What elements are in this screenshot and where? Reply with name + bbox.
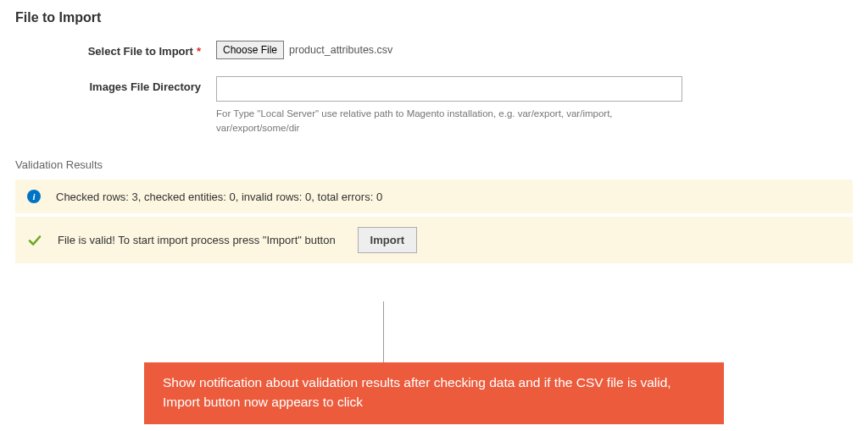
images-dir-input[interactable] (216, 76, 682, 102)
annotation-callout: Show notification about validation resul… (144, 362, 724, 424)
selected-file-name: product_attributes.csv (286, 44, 392, 56)
info-icon: i (27, 190, 41, 203)
validation-success-message: File is valid! To start import process p… (15, 217, 853, 263)
check-icon (27, 233, 42, 248)
validation-success-text: File is valid! To start import process p… (58, 234, 336, 246)
validation-info-message: i Checked rows: 3, checked entities: 0, … (15, 180, 853, 213)
validation-results-title: Validation Results (0, 152, 868, 180)
annotation-connector (383, 301, 384, 364)
images-dir-label: Images File Directory (0, 76, 216, 93)
validation-info-text: Checked rows: 3, checked entities: 0, in… (56, 191, 382, 203)
select-file-label: Select File to Import* (0, 41, 216, 58)
section-title: File to Import (0, 0, 868, 41)
import-button[interactable]: Import (358, 227, 417, 253)
images-dir-help: For Type "Local Server" use relative pat… (216, 107, 657, 135)
choose-file-button[interactable]: Choose File (216, 41, 284, 59)
